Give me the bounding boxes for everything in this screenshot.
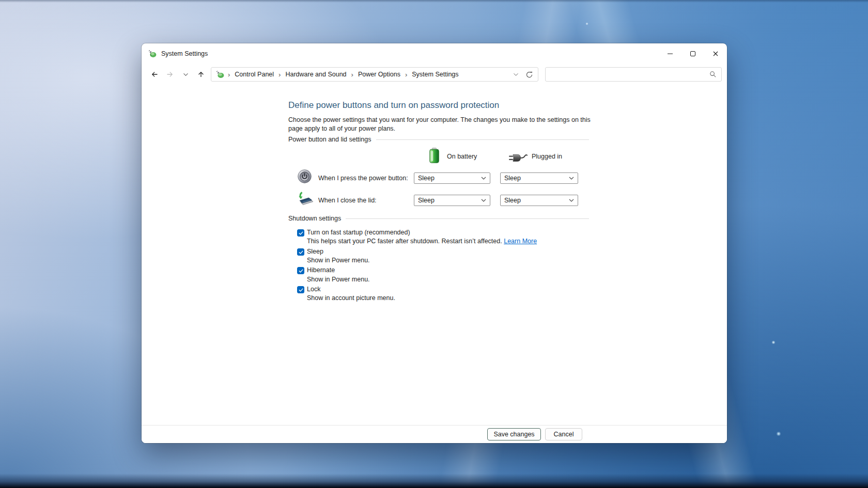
system-settings-window: System Settings [142, 43, 727, 443]
learn-more-link[interactable]: Learn More [504, 238, 537, 245]
hibernate-checkbox[interactable] [297, 267, 304, 274]
power-button-on-battery-select[interactable]: Sleep [414, 172, 490, 184]
power-options-breadcrumb-icon [216, 70, 224, 78]
save-changes-button[interactable]: Save changes [487, 428, 541, 440]
hibernate-label: Hibernate [307, 266, 335, 274]
chevron-down-icon [481, 177, 486, 180]
breadcrumb-separator-icon: › [405, 71, 407, 78]
refresh-button[interactable] [522, 68, 536, 81]
breadcrumb-power-options[interactable]: Power Options [357, 70, 401, 79]
plug-icon [509, 153, 528, 164]
address-bar[interactable]: › Control Panel › Hardware and Sound › P… [211, 67, 538, 82]
selected-value: Sleep [504, 175, 569, 182]
page-content: Define power buttons and turn on passwor… [142, 85, 727, 425]
lock-checkbox[interactable] [297, 286, 304, 293]
recent-pages-chevron-icon[interactable] [178, 67, 193, 82]
fast-startup-description-text: This helps start your PC faster after sh… [307, 238, 502, 245]
chevron-down-icon [569, 177, 574, 180]
breadcrumb-hardware-and-sound[interactable]: Hardware and Sound [284, 70, 347, 79]
chevron-down-icon [569, 199, 574, 202]
search-input[interactable] [550, 70, 709, 78]
sleep-checkbox[interactable] [297, 248, 304, 256]
breadcrumb-system-settings[interactable]: System Settings [411, 70, 459, 79]
page-description: Choose the power settings that you want … [288, 116, 598, 133]
close-button[interactable] [704, 43, 727, 64]
selected-value: Sleep [504, 197, 569, 204]
fast-startup-label: Turn on fast startup (recommended) [307, 229, 410, 236]
selected-value: Sleep [418, 175, 481, 182]
plugged-in-column-header: Plugged in [532, 153, 562, 160]
back-button[interactable] [147, 67, 162, 82]
selected-value: Sleep [418, 197, 481, 204]
desktop-wallpaper: System Settings [0, 0, 868, 488]
power-options-app-icon [148, 50, 157, 58]
power-lid-section-label: Power button and lid settings [288, 136, 371, 143]
address-history-chevron-icon[interactable] [509, 68, 522, 81]
power-button-row-label: When I press the power button: [318, 175, 408, 182]
footer-bar: Save changes Cancel [142, 425, 727, 443]
laptop-lid-icon [296, 192, 314, 208]
search-icon [709, 71, 717, 78]
close-lid-row-label: When I close the lid: [318, 197, 377, 204]
close-lid-on-battery-select[interactable]: Sleep [414, 195, 490, 206]
chevron-down-icon [481, 199, 486, 202]
cancel-button[interactable]: Cancel [545, 428, 582, 440]
breadcrumb-separator-icon: › [351, 71, 353, 78]
breadcrumb-separator-icon: › [228, 71, 230, 78]
breadcrumb-separator-icon: › [278, 71, 281, 78]
battery-icon [429, 148, 439, 165]
power-button-icon [298, 169, 312, 185]
address-bar-actions [509, 68, 536, 81]
shutdown-section-label: Shutdown settings [288, 215, 341, 222]
section-rule [346, 218, 589, 219]
fast-startup-checkbox[interactable] [297, 229, 304, 237]
sleep-description: Show in Power menu. [307, 257, 370, 264]
minimize-button[interactable] [659, 43, 681, 64]
fast-startup-description: This helps start your PC faster after sh… [307, 238, 537, 245]
forward-button[interactable] [162, 67, 178, 82]
lock-label: Lock [307, 286, 320, 293]
titlebar[interactable]: System Settings [142, 43, 727, 64]
maximize-button[interactable] [681, 43, 704, 64]
navigation-toolbar: › Control Panel › Hardware and Sound › P… [142, 64, 727, 85]
page-title: Define power buttons and turn on passwor… [288, 100, 499, 111]
window-title: System Settings [161, 50, 208, 57]
lock-description: Show in account picture menu. [307, 294, 395, 302]
power-lid-section-header: Power button and lid settings [288, 136, 589, 143]
sleep-label: Sleep [307, 248, 323, 255]
on-battery-column-header: On battery [447, 153, 477, 160]
breadcrumb-control-panel[interactable]: Control Panel [234, 70, 275, 79]
hibernate-description: Show in Power menu. [307, 276, 370, 283]
window-controls [659, 43, 727, 64]
close-lid-plugged-in-select[interactable]: Sleep [500, 195, 578, 206]
search-box[interactable] [545, 67, 722, 82]
power-button-plugged-in-select[interactable]: Sleep [500, 172, 578, 184]
up-button[interactable] [193, 67, 209, 82]
section-rule [376, 139, 589, 140]
shutdown-section-header: Shutdown settings [288, 215, 589, 222]
